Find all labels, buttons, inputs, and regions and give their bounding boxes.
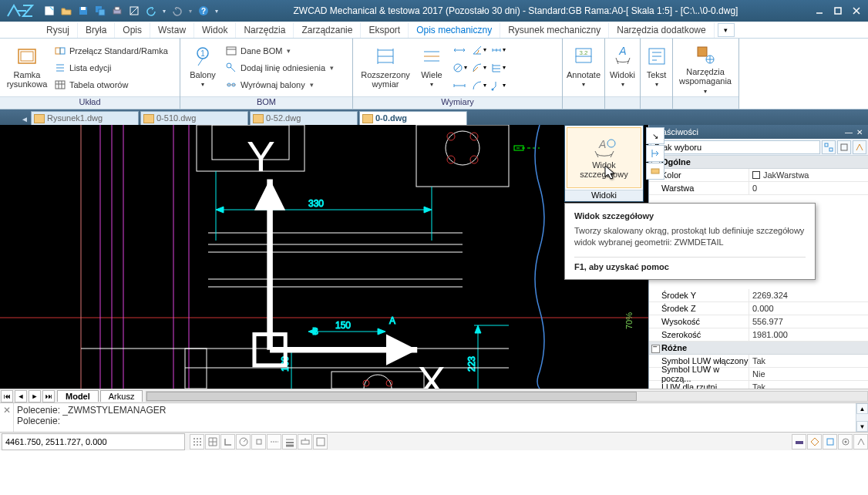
tabela-otworow-button[interactable]: Tabela otworów <box>52 76 170 93</box>
menu-widok[interactable]: Widok <box>194 22 236 38</box>
dim-chain-icon[interactable] <box>489 42 507 59</box>
menu-wstaw[interactable]: Wstaw <box>150 22 194 38</box>
sheet-nav-first[interactable]: ⏮ <box>1 390 13 402</box>
narzedzia-wsp-button[interactable]: Narzędzia wspomagania▾ <box>675 41 736 95</box>
group-ogolne[interactable]: Ogólne <box>649 156 868 169</box>
ortho-toggle[interactable] <box>220 434 235 450</box>
selection-combo[interactable]: Brak wyboru <box>651 140 820 154</box>
status-r5[interactable] <box>853 434 868 450</box>
props-btn-1[interactable] <box>822 140 836 154</box>
dim-linear-icon[interactable] <box>450 77 469 94</box>
lwt-toggle[interactable] <box>282 434 297 450</box>
status-r1[interactable] <box>792 434 806 450</box>
przelacz-button[interactable]: Przełącz Standard/Ramka <box>52 42 170 59</box>
command-text[interactable]: Polecenie: _ZWMSTYLEMANAGER Polecenie: <box>14 403 856 432</box>
props-btn-2[interactable] <box>837 140 851 154</box>
qat-redo-dd[interactable]: ▾ <box>187 3 194 19</box>
props-btn-3[interactable] <box>853 140 866 154</box>
qat-redo-icon[interactable] <box>170 3 185 19</box>
qat-print-icon[interactable] <box>109 3 125 19</box>
qat-open-icon[interactable] <box>59 3 74 19</box>
side-arrow-icon[interactable]: ↘ <box>646 127 664 144</box>
wyrownaj-balony-button[interactable]: Wyrównaj balony <box>224 76 335 93</box>
dyn-toggle[interactable] <box>298 434 312 450</box>
menu-opis[interactable]: Opis <box>115 22 150 38</box>
snap-toggle[interactable] <box>190 434 204 450</box>
doc-tab-2[interactable]: 0-52.dwg <box>250 111 358 125</box>
annotate-button[interactable]: 3.2 Annotate▾ <box>564 41 603 95</box>
balony-button[interactable]: 1 Balony▾ <box>185 41 220 95</box>
sheet-tab-model[interactable]: Model <box>57 390 99 402</box>
menu-rysunek-mechaniczny[interactable]: Rysunek mechaniczny <box>500 22 609 38</box>
qat-undo-icon[interactable] <box>143 3 159 19</box>
prop-wysokosc[interactable]: Wysokość556.977 <box>649 315 868 328</box>
ramka-rysunkowa-button[interactable]: Ramka rysunkowa <box>5 41 49 95</box>
side-dim-icon[interactable] <box>646 163 664 180</box>
dim-base-icon[interactable] <box>489 59 507 76</box>
otrack-toggle[interactable] <box>267 434 281 450</box>
menu-zarzadzanie[interactable]: Zarządzanie <box>294 22 361 38</box>
sheet-nav-next[interactable]: ► <box>29 390 41 402</box>
dim-ord-icon[interactable] <box>489 77 507 94</box>
status-coords[interactable]: 4461.750, 2511.727, 0.000 <box>2 433 185 450</box>
dim-rad-icon[interactable] <box>469 59 488 76</box>
sheet-nav-prev[interactable]: ◄ <box>15 390 27 402</box>
dim-horiz-icon[interactable] <box>450 42 469 59</box>
sheet-nav-last[interactable]: ⏭ <box>42 390 55 402</box>
dodaj-linie-button[interactable]: Dodaj linię odniesienia <box>224 59 335 76</box>
dim-angle-icon[interactable] <box>469 42 488 59</box>
horizontal-scrollbar[interactable] <box>146 391 868 402</box>
osnap-toggle[interactable] <box>251 434 266 450</box>
prop-warstwa[interactable]: Warstwa0 <box>649 182 868 195</box>
prop-luw-rzutni[interactable]: LUW dla rzutniTak <box>649 381 868 389</box>
status-r2[interactable] <box>807 434 822 450</box>
model-toggle[interactable] <box>313 434 328 450</box>
minimize-button[interactable] <box>811 3 828 19</box>
menu-narzedzia[interactable]: Narzędzia <box>236 22 294 38</box>
prop-kolor[interactable]: KolorJakWarstwa <box>649 169 868 182</box>
properties-close-icon[interactable]: ✕ <box>854 126 865 137</box>
qat-save-icon[interactable] <box>76 3 91 19</box>
group-rozne[interactable]: Różne <box>649 342 868 355</box>
tab-nav-left[interactable]: ◄ <box>19 113 31 125</box>
menu-narzedzia-dodatkowe[interactable]: Narzędzia dodatkowe <box>609 22 714 38</box>
properties-minimize-icon[interactable]: — <box>843 126 854 137</box>
wiele-button[interactable]: Wiele▾ <box>416 41 447 95</box>
qat-undo-dd[interactable]: ▾ <box>160 3 168 19</box>
menu-overflow-button[interactable]: ▾ <box>718 23 735 37</box>
prop-srodek-z[interactable]: Środek Z0.000 <box>649 302 868 315</box>
qat-new-icon[interactable] <box>42 3 57 19</box>
prop-luw-origin[interactable]: Symbol LUW w począ...Nie <box>649 368 868 381</box>
doc-tab-3[interactable]: 0-0.dwg <box>359 111 467 125</box>
qat-dd[interactable]: ▾ <box>213 3 220 19</box>
prop-srodek-y[interactable]: Środek Y2269.324 <box>649 289 868 302</box>
status-r3[interactable] <box>823 434 837 450</box>
polar-toggle[interactable] <box>236 434 251 450</box>
dim-arc-icon[interactable] <box>469 77 488 94</box>
dane-bom-button[interactable]: Dane BOM <box>224 42 335 59</box>
menu-rysuj[interactable]: Rysuj <box>39 22 78 38</box>
widoki-button[interactable]: A Widoki▾ <box>607 41 638 95</box>
qat-saveall-icon[interactable] <box>93 3 108 19</box>
dim-dia-icon[interactable] <box>450 59 469 76</box>
maximize-button[interactable] <box>829 3 846 19</box>
grid-toggle[interactable] <box>205 434 220 450</box>
drawing-canvas[interactable]: 330 150 B A 160 223 70% <box>0 125 648 389</box>
sheet-tab-arkusz[interactable]: Arkusz <box>100 390 143 402</box>
menu-eksport[interactable]: Eksport <box>361 22 409 38</box>
menu-bryla[interactable]: Bryła <box>78 22 115 38</box>
menu-opis-mechaniczny[interactable]: Opis mechaniczny <box>409 22 500 38</box>
status-r4[interactable] <box>838 434 853 450</box>
close-button[interactable] <box>848 3 865 19</box>
command-close-icon[interactable]: ✕ <box>0 403 14 432</box>
qat-plot-icon[interactable] <box>126 3 142 19</box>
qat-help-icon[interactable]: ? <box>196 3 211 19</box>
doc-tab-0[interactable]: Rysunek1.dwg <box>31 111 139 125</box>
doc-tab-1[interactable]: 0-510.dwg <box>140 111 248 125</box>
tekst-button[interactable]: Tekst▾ <box>642 41 671 95</box>
side-section-icon[interactable] <box>646 145 664 162</box>
command-scroll[interactable]: ▲▼ <box>856 403 868 432</box>
rozszerzony-wymiar-button[interactable]: Rozszerzony wymiar <box>358 41 413 95</box>
lista-edycji-button[interactable]: Lista edycji <box>52 59 170 76</box>
prop-szerokosc[interactable]: Szerokość1981.000 <box>649 328 868 342</box>
